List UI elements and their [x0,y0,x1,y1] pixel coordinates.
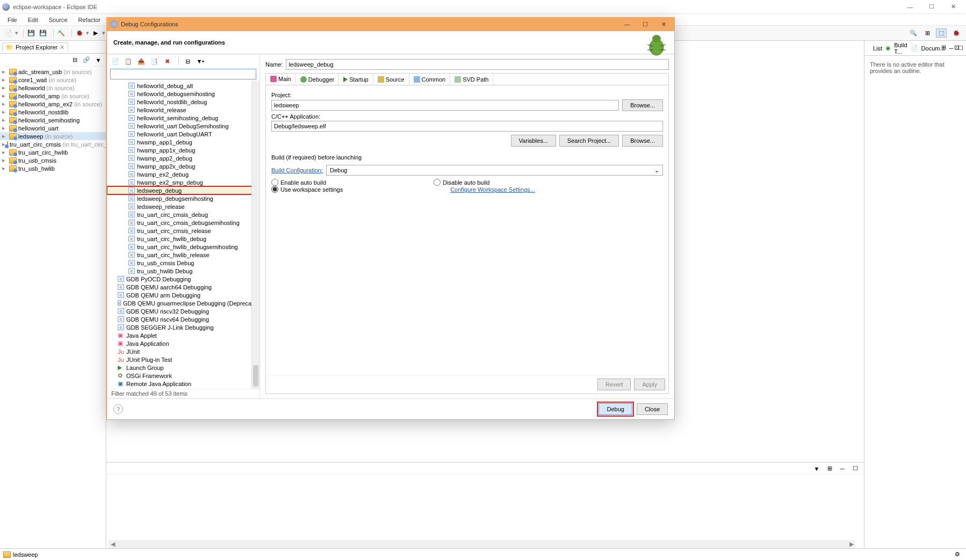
variables-button[interactable]: Variables... [511,135,556,147]
minimize-button[interactable]: — [899,1,921,13]
dialog-maximize-button[interactable]: ☐ [638,19,653,30]
project-item[interactable]: ▸helloworld_uart [0,124,106,132]
menu-refactor[interactable]: Refactor [73,16,106,24]
new-proto-icon[interactable]: 📋 [123,56,134,67]
collapse-icon[interactable]: ⊟ [182,56,193,67]
app-input[interactable] [271,121,663,132]
search-icon[interactable]: 🔍 [908,28,919,39]
apply-button[interactable]: Apply [634,379,665,390]
config-item[interactable]: chelloworld_nostdlib_debug [107,98,259,106]
build-config-select[interactable]: Debug ⌄ [326,165,663,176]
perspective-debug[interactable]: 🐞 [950,28,963,38]
export-icon[interactable]: 📤 [136,56,147,67]
project-input[interactable] [271,100,619,111]
maximize-button[interactable]: ☐ [921,1,942,13]
radio-enable-auto[interactable]: Enable auto build [271,179,326,186]
outline-tab-list[interactable]: List [873,45,882,52]
config-item[interactable]: chelloworld_release [107,106,259,114]
tasks-max-icon[interactable]: ☐ [850,463,861,474]
close-button[interactable]: ✕ [942,1,964,13]
project-explorer-tab[interactable]: 📁 Project Explorer ✕ [2,42,68,52]
tab-main[interactable]: Main [266,74,296,85]
config-item[interactable]: cledsweep_debugsemihosting [107,194,259,202]
menu-edit[interactable]: Edit [23,16,44,24]
config-type[interactable]: cGDB PyOCD Debugging [107,275,259,283]
horizontal-scrollbar[interactable]: ◀▶ [109,540,855,548]
debug-button[interactable]: Debug [599,403,632,415]
debug-button[interactable]: 🐞 [74,28,85,39]
config-tree-scrollbar[interactable] [251,81,259,389]
name-input[interactable] [286,59,669,70]
config-item[interactable]: chwamp_ex2_debug [107,170,259,178]
config-item[interactable]: cledsweep_release [107,202,259,210]
config-item[interactable]: ctru_uart_circ_cmsis_release [107,227,259,235]
duplicate-icon[interactable]: 📑 [149,56,160,67]
config-type[interactable]: cGDB QEMU gnuarmeclipse Debugging (Depre… [107,299,259,307]
configure-workspace-link[interactable]: Configure Workspace Settings... [450,186,535,193]
project-item[interactable]: ▸tru_uart_circ_hwlib [0,148,106,156]
close-dialog-button[interactable]: Close [637,403,668,415]
save-button[interactable]: 💾 [26,28,37,39]
delete-icon[interactable]: ✖ [162,56,172,67]
config-type[interactable]: ▣Java Application [107,339,259,347]
config-item[interactable]: cledsweep_debug [107,186,259,194]
config-type[interactable]: cGDB QEMU riscv32 Debugging [107,307,259,315]
config-item[interactable]: chwamp_app2_debug [107,154,259,162]
project-tree[interactable]: ▸adc_stream_usb (in source)▸core1_wait (… [0,67,106,548]
radio-use-workspace[interactable]: Use workspace settings [271,186,343,193]
link-editor-icon[interactable]: 🔗 [81,55,92,66]
project-item[interactable]: ▸helloworld_semihosting [0,116,106,124]
tab-debugger[interactable]: Debugger [296,74,339,85]
config-item[interactable]: chelloworld_uart DebugUART [107,130,259,138]
config-type[interactable]: ✿OSGi Framework [107,372,259,380]
statusbar-gear-icon[interactable]: ⚙ [952,549,963,560]
config-type[interactable]: ▶Launch Group [107,363,259,372]
config-type[interactable]: JuJUnit [107,347,259,355]
config-type[interactable]: ▣Remote Java Application [107,380,259,388]
config-filter-input[interactable] [110,69,256,79]
dialog-minimize-button[interactable]: — [619,19,635,30]
project-item[interactable]: ▸adc_stream_usb (in source) [0,68,106,76]
help-icon[interactable]: ? [113,404,123,414]
radio-disable-auto[interactable]: Disable auto build [434,179,489,186]
config-item[interactable]: chwamp_app2x_debug [107,162,259,170]
config-item[interactable]: chwamp_app1x_debug [107,146,259,154]
build-button[interactable]: 🔨 [56,28,67,39]
config-item[interactable]: ctru_uart_circ_hwlib_release [107,251,259,259]
menu-file[interactable]: File [2,16,23,24]
close-icon[interactable]: ✕ [60,44,64,51]
config-type[interactable]: cGDB SEGGER J-Link Debugging [107,323,259,331]
config-type[interactable]: cGDB QEMU riscv64 Debugging [107,315,259,323]
build-config-label[interactable]: Build Configuration: [271,167,323,173]
project-item[interactable]: ▸tru_usb_cmsis [0,156,106,164]
save-all-button[interactable]: 💾 [38,28,48,39]
new-button[interactable]: 📄 [3,28,14,39]
run-button[interactable]: ▶ [90,28,101,39]
browse-project-button[interactable]: Browse... [622,99,663,111]
tasks-filter-icon[interactable]: ▼ [811,463,822,474]
config-item[interactable]: ctru_uart_circ_cmsis_debugsemihosting [107,219,259,227]
filter-icon[interactable]: ▼ [93,55,104,66]
config-item[interactable]: ctru_uart_circ_hwlib_debug [107,235,259,243]
open-perspective-icon[interactable]: ⊞ [922,28,933,39]
project-item[interactable]: ▸tru_uart_circ_cmsis (in tru_uart_circ_c… [0,140,106,148]
config-type[interactable]: cGDB QEMU aarch64 Debugging [107,283,259,291]
config-item[interactable]: ctru_uart_circ_cmsis_debug [107,210,259,219]
config-type[interactable]: ▣Java Applet [107,331,259,339]
tasks-layout-icon[interactable]: ⊞ [824,463,835,474]
project-item[interactable]: ▸helloworld_amp_ex2 (in source) [0,100,106,108]
tasks-min-icon[interactable]: ─ [837,463,848,474]
project-item[interactable]: ▸core1_wait (in source) [0,76,106,84]
config-type[interactable]: JuJUnit Plug-in Test [107,355,259,363]
tab-svdpath[interactable]: SVD Path [450,74,493,85]
config-item[interactable]: chelloworld_semihosting_debug [107,114,259,122]
config-item[interactable]: chelloworld_debugsemihosting [107,90,259,98]
menu-source[interactable]: Source [44,16,73,24]
config-item[interactable]: ctru_usb_cmsis Debug [107,259,259,267]
filter-config-icon[interactable]: ▼▾ [195,56,206,67]
dialog-close-button[interactable]: ✕ [656,19,671,30]
revert-button[interactable]: Revert [597,379,631,390]
project-item[interactable]: ▸helloworld (in source) [0,84,106,92]
config-type[interactable]: cGDB QEMU arm Debugging [107,291,259,299]
config-item[interactable]: ctru_usb_hwlib Debug [107,267,259,275]
